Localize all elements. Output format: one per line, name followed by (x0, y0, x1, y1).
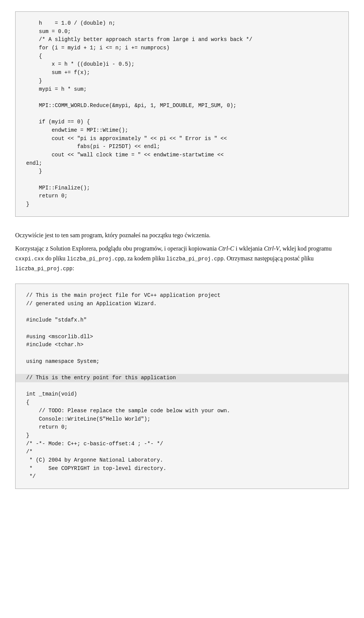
para2-mono4: liczba_pi_proj.cpp (15, 266, 72, 272)
para2-rest1: do pliku (44, 255, 67, 262)
code-line: cout << "wall clock time = " << endwtime… (26, 152, 224, 158)
code2-line-16: } (26, 432, 29, 438)
code2-line-14: Console::WriteLine(S"Hello World"); (26, 416, 151, 422)
code-line: return 0; (26, 193, 67, 199)
para2-italic1: Ctrl-C (218, 245, 234, 252)
code-line: sum += f(x); (26, 69, 90, 76)
code-line: fabs(pi - PI25DT) << endl; (26, 143, 160, 150)
paragraph-2: Korzystając z Solution Explorera, podglą… (15, 244, 349, 273)
code2-line-15: return 0; (26, 424, 67, 430)
code2-line-5: #using <mscorlib.dll> (26, 334, 93, 340)
code2-line-0: // This is the main project file for VC+… (26, 292, 220, 298)
code-line: } (26, 168, 42, 174)
code2-line-3: #include "stdafx.h" (26, 317, 87, 323)
code-line: for (i = myid + 1; i <= n; i += numprocs… (26, 45, 169, 51)
code-line: if (myid == 0) { (26, 119, 90, 125)
code-line: mypi = h * sum; (26, 86, 87, 92)
code-line: sum = 0.0; (26, 28, 71, 35)
code-block-1: h = 1.0 / (double) n; sum = 0.0; /* A sl… (15, 11, 349, 217)
code2-line-19: * (C) 2004 by Argonne National Laborator… (26, 457, 163, 463)
para2-rest4: : (72, 265, 74, 271)
code-line: /* A slightly better approach starts fro… (26, 36, 253, 43)
code-line: h = 1.0 / (double) n; (26, 20, 115, 26)
code-line: x = h * ((double)i - 0.5); (26, 61, 135, 67)
code-line: MPI::Finalize(); (26, 185, 90, 191)
code2-line-6: #include <tchar.h> (26, 342, 83, 348)
code2-line-1: // generated using an Application Wizard… (26, 301, 157, 307)
para2-italic2: Ctrl-V (264, 245, 279, 252)
code2-line-10: // This is the entry point for this appl… (16, 374, 348, 382)
code2-line-18: /* (26, 449, 33, 455)
code2-line-13: // TODO: Please replace the sample code … (26, 408, 230, 414)
code-line: endwtime = MPI::Wtime(); (26, 127, 128, 133)
code-line: endl; (26, 160, 42, 166)
para2-mono1: cxxpi.cxx (15, 256, 44, 262)
code-line: cout << "pi is approximately " << pi << … (26, 136, 227, 142)
para2-mono3: liczba_pi_proj.cpp (166, 256, 223, 262)
code-line: } (26, 201, 29, 207)
code-line: } (26, 78, 42, 84)
text-section: Oczywiście jest to ten sam program, któr… (15, 230, 349, 273)
code2-line-20: * See COPYRIGHT in top-level directory. (26, 465, 166, 471)
para2-rest3: . Otrzymasz następującą postać pliku (224, 255, 314, 262)
para2-before-italic: Korzystając z Solution Explorera, podglą… (15, 245, 218, 252)
code2-line-21: */ (26, 473, 36, 479)
para2-mono2: liczba_pi_proj.cpp (67, 256, 124, 262)
paragraph-1: Oczywiście jest to ten sam program, któr… (15, 230, 349, 240)
code-line: { (26, 53, 42, 59)
code2-line-8: using namespace System; (26, 358, 99, 364)
para2-after-italic: , wklej kod programu (279, 245, 332, 252)
para2-between1: i wklejania (234, 245, 264, 252)
code2-line-12: { (26, 399, 29, 405)
code-block-2: // This is the main project file for VC+… (15, 284, 349, 489)
para2-rest2: , za kodem pliku (124, 255, 166, 262)
code-line: MPI::COMM_WORLD.Reduce(&mypi, &pi, 1, MP… (26, 102, 237, 109)
code2-line-11: int _tmain(void) (26, 391, 77, 397)
code2-line-17: /* -*- Mode: C++; c-basic-offset:4 ; -*-… (26, 441, 163, 447)
